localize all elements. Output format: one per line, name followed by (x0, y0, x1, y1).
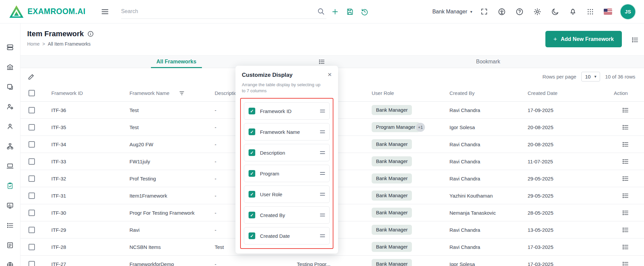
row-checkbox[interactable] (29, 158, 35, 165)
cell-framework-id: ITF-30 (51, 210, 129, 216)
rows-per-page-label: Rows per page (542, 74, 576, 79)
checkbox-checked-icon[interactable]: ✓ (249, 108, 255, 114)
sidebar-globe-icon[interactable] (5, 260, 15, 266)
accessibility-icon[interactable] (496, 6, 507, 17)
search-input[interactable] (121, 8, 316, 14)
row-checkbox[interactable] (29, 141, 35, 148)
breadcrumb-home-link[interactable]: Home (27, 41, 40, 47)
edit-pencil-icon[interactable] (26, 71, 37, 82)
customize-display-icon[interactable] (317, 57, 326, 66)
column-toggle-item[interactable]: ✓ Framework Name (244, 123, 330, 141)
cell-framework-name: Progr For Testing Framework (129, 210, 215, 216)
user-role-badge: Bank Manager (372, 173, 412, 183)
sidebar-bank-icon[interactable] (5, 62, 15, 72)
row-actions-icon[interactable] (621, 140, 630, 149)
row-actions-icon[interactable] (621, 242, 630, 252)
row-actions-icon[interactable] (621, 225, 630, 235)
sidebar-hierarchy-icon[interactable] (5, 141, 15, 151)
sidebar-chart-board-icon[interactable] (5, 201, 15, 211)
checkbox-checked-icon[interactable]: ✓ (249, 232, 255, 239)
sidebar-laptop-icon[interactable] (5, 161, 15, 171)
brand-logo-icon (9, 5, 24, 19)
cell-framework-id: ITF-33 (51, 159, 129, 164)
view-options-icon[interactable] (630, 35, 640, 45)
apps-grid-icon[interactable] (585, 7, 595, 17)
language-flag-icon[interactable] (602, 7, 613, 16)
fullscreen-icon[interactable] (479, 6, 489, 17)
row-actions-icon[interactable] (621, 174, 630, 183)
extra-roles-badge[interactable]: +1 (416, 123, 425, 132)
row-checkbox[interactable] (29, 227, 35, 233)
row-checkbox[interactable] (29, 193, 35, 199)
chevron-down-icon: ▾ (594, 74, 596, 78)
tab-bookmark[interactable]: Bookmark (332, 56, 644, 68)
column-toggle-item[interactable]: ✓ Program (244, 165, 330, 182)
row-checkbox[interactable] (29, 244, 35, 250)
help-icon[interactable] (514, 6, 525, 17)
drag-handle-icon[interactable] (320, 172, 325, 175)
user-avatar[interactable]: JS (621, 4, 635, 19)
sidebar-clipboard-check-icon[interactable] (5, 181, 15, 191)
brand-logo[interactable]: EXAMROOM.AI (9, 5, 86, 19)
settings-gear-icon[interactable] (532, 6, 543, 17)
drag-handle-icon[interactable] (320, 151, 325, 154)
select-all-checkbox[interactable] (29, 90, 35, 96)
cell-framework-id: ITF-28 (51, 244, 129, 250)
row-actions-icon[interactable] (621, 105, 630, 115)
row-checkbox[interactable] (29, 261, 35, 266)
checkbox-checked-icon[interactable]: ✓ (249, 128, 255, 135)
user-role-badge: Bank Manager (372, 105, 412, 115)
checkbox-checked-icon[interactable]: ✓ (249, 191, 255, 198)
table-row[interactable]: ITF-27 FrameworkforDemo - Testing Progr.… (20, 256, 644, 266)
role-dropdown[interactable]: Bank Manager ▾ (432, 9, 472, 15)
sidebar-copy-icon[interactable] (5, 82, 15, 92)
quick-add-icon[interactable] (330, 6, 340, 17)
row-checkbox[interactable] (29, 175, 35, 182)
drag-handle-icon[interactable] (320, 110, 325, 112)
row-checkbox[interactable] (29, 107, 35, 113)
column-toggle-label: Created Date (260, 233, 290, 239)
cell-created-by: Ravi Chandra (449, 159, 528, 164)
row-actions-icon[interactable] (621, 157, 630, 166)
rows-per-page-select[interactable]: 10 ▾ (581, 72, 600, 82)
cell-framework-name: Prof Testing (129, 176, 215, 181)
drag-handle-icon[interactable] (320, 234, 325, 237)
column-toggle-item[interactable]: ✓ Description (244, 144, 330, 161)
save-icon[interactable] (344, 6, 355, 17)
filter-icon[interactable] (179, 90, 185, 96)
drag-handle-icon[interactable] (320, 193, 325, 196)
close-icon[interactable]: × (328, 72, 332, 77)
sidebar-note-edit-icon[interactable] (5, 240, 15, 250)
sidebar-server-icon[interactable] (5, 42, 15, 52)
notifications-bell-icon[interactable] (568, 6, 578, 17)
history-icon[interactable] (359, 6, 370, 17)
info-icon[interactable] (87, 31, 94, 37)
row-checkbox[interactable] (29, 210, 35, 216)
column-toggle-item[interactable]: ✓ Created Date (244, 227, 330, 245)
row-actions-icon[interactable] (621, 259, 630, 266)
row-actions-icon[interactable] (621, 191, 630, 201)
drag-handle-icon[interactable] (320, 214, 325, 216)
tab-all-frameworks-label: All Frameworks (156, 59, 196, 65)
cell-framework-name: FW11july (129, 159, 215, 164)
cell-created-date: 28-05-2025 (528, 210, 614, 216)
cell-created-by: Ravi Chandra (449, 142, 528, 147)
row-actions-icon[interactable] (621, 208, 630, 218)
column-toggle-item[interactable]: ✓ Created By (244, 206, 330, 224)
checkbox-checked-icon[interactable]: ✓ (249, 212, 255, 218)
row-actions-icon[interactable] (621, 122, 630, 132)
column-toggle-item[interactable]: ✓ User Role (244, 185, 330, 203)
sidebar-list-icon[interactable] (5, 220, 15, 230)
chevron-down-icon: ▾ (470, 10, 472, 14)
search-icon[interactable] (316, 6, 326, 17)
checkbox-checked-icon[interactable]: ✓ (249, 149, 255, 156)
sidebar-user-icon[interactable] (5, 121, 15, 131)
column-toggle-item[interactable]: ✓ Framework ID (244, 102, 330, 120)
drag-handle-icon[interactable] (320, 130, 325, 133)
add-new-framework-button[interactable]: + Add New Framework (545, 31, 622, 47)
menu-icon[interactable] (100, 6, 110, 17)
row-checkbox[interactable] (29, 124, 35, 130)
dark-mode-moon-icon[interactable] (550, 6, 560, 17)
checkbox-checked-icon[interactable]: ✓ (249, 170, 255, 177)
sidebar-user-gear-icon[interactable] (5, 102, 15, 112)
